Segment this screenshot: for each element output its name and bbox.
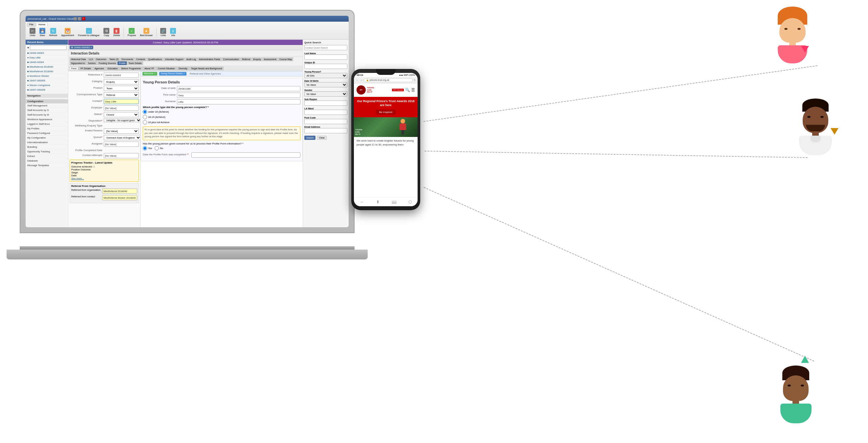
- tab-outcomes[interactable]: Outcomes: [95, 57, 108, 61]
- correspondence-select[interactable]: Referral: [104, 92, 139, 97]
- ribbon-btn-undo[interactable]: ↩ Undo: [28, 27, 37, 37]
- product-select[interactable]: Team: [104, 86, 139, 91]
- tab-course-map[interactable]: Course Map: [278, 57, 293, 61]
- recent-item-3[interactable]: ■ 18400-00084: [26, 60, 68, 65]
- recent-item-7[interactable]: ■ 18407-000005: [26, 79, 68, 83]
- tab-seniors[interactable]: Seniors: [87, 61, 97, 65]
- consent-yes-input[interactable]: [143, 146, 147, 150]
- nav-profiles[interactable]: My Profiles: [26, 126, 68, 131]
- profile-date-input[interactable]: [191, 152, 300, 158]
- inner-tab-target-needs[interactable]: Target Needs and Background: [189, 67, 224, 70]
- search-icon[interactable]: 🔍: [405, 88, 410, 92]
- tab-qualifications[interactable]: Qualifications: [147, 57, 163, 61]
- bottom-book-icon[interactable]: 📖: [392, 200, 397, 204]
- close-btn[interactable]: ×: [82, 17, 85, 20]
- recent-item-5[interactable]: ■ WksReferral 2018040: [26, 69, 68, 74]
- contact-input[interactable]: [104, 99, 139, 104]
- status-select[interactable]: Closed: [104, 112, 139, 117]
- nav-opportunity[interactable]: Opportunity Tracking: [26, 149, 68, 154]
- quick-search-input[interactable]: [304, 45, 347, 50]
- tab-profile[interactable]: Profile: [118, 61, 127, 65]
- nav-extract[interactable]: Extract: [26, 154, 68, 158]
- browser-forward[interactable]: →: [360, 79, 363, 82]
- email-input[interactable]: [304, 128, 347, 133]
- inner-tab-diversity[interactable]: Diversity: [177, 67, 189, 70]
- inner-tab-form[interactable]: Form: [70, 67, 78, 70]
- unique-id-input[interactable]: [304, 64, 347, 69]
- inner-tab-agencies[interactable]: Agencies: [93, 67, 106, 70]
- nav-staff-management[interactable]: Staff Management: [26, 104, 68, 108]
- tab-team-details[interactable]: Team Details: [127, 61, 143, 65]
- nav-password[interactable]: Password Configurat: [26, 131, 68, 136]
- tab-referral[interactable]: Referral: [241, 57, 251, 61]
- recent-item-4[interactable]: ■ WksReferral 2018040: [26, 65, 68, 69]
- disposition-select[interactable]: Ineligible - No support given: [104, 119, 141, 122]
- young-person-select[interactable]: All Girls: [304, 73, 347, 78]
- tab-funding[interactable]: Funding Sources: [97, 61, 118, 65]
- tab-signposted[interactable]: Signposted to: [70, 61, 86, 65]
- tab-assessment[interactable]: Assessment: [262, 57, 278, 61]
- inner-tab-about-yp[interactable]: About YP: [143, 67, 156, 70]
- tab-tasks[interactable]: Tasks (3): [108, 57, 120, 61]
- consent-no-input[interactable]: [155, 146, 159, 150]
- referred-contact-input[interactable]: [102, 195, 137, 200]
- tab-communication[interactable]: Communication: [222, 57, 241, 61]
- ribbon-btn-info[interactable]: ℹ Info: [169, 27, 177, 37]
- search-button[interactable]: Search: [304, 136, 315, 140]
- nav-database[interactable]: Database: [26, 158, 68, 163]
- yp-firstname-input[interactable]: [177, 93, 300, 98]
- nav-staff-accounts-g[interactable]: Staff Accounts by G: [26, 108, 68, 113]
- radio-16plus-input[interactable]: [143, 120, 147, 124]
- radio-18-19-input[interactable]: [143, 115, 147, 119]
- inner-tab-yp-details[interactable]: YP Details: [79, 67, 93, 70]
- maximize-btn[interactable]: □: [78, 17, 81, 20]
- ribbon-btn-propose[interactable]: ✓ Propose: [126, 27, 137, 37]
- nav-logged-in[interactable]: Logged in Staff Acco: [26, 122, 68, 126]
- tab-audit[interactable]: Audit Log: [185, 57, 197, 61]
- category-select[interactable]: Enquiry: [104, 79, 139, 84]
- inner-tab-current-situation[interactable]: Current Situation: [156, 67, 177, 70]
- tab-historical[interactable]: Historical Data: [70, 57, 87, 61]
- browser-reload[interactable]: ↻: [414, 79, 415, 82]
- post-code-input[interactable]: [304, 119, 347, 124]
- referred-org-input[interactable]: [102, 188, 137, 194]
- bottom-share-icon[interactable]: ⬆: [376, 200, 379, 204]
- recent-item-2[interactable]: ● Gary Little: [26, 56, 68, 60]
- browser-url-bar[interactable]: 🔒 princes-trust.org.uk: [364, 78, 413, 82]
- yp-surname-input[interactable]: [177, 99, 300, 105]
- tab-documents[interactable]: Documents: [120, 57, 134, 61]
- tab-enquiry[interactable]: Enquiry: [252, 57, 262, 61]
- radio-under16-input[interactable]: [143, 110, 147, 114]
- dob-select[interactable]: No Value: [304, 82, 347, 87]
- ribbon-btn-copy[interactable]: ⧉ Copy: [102, 27, 111, 37]
- see-more-link[interactable]: See more...: [71, 177, 84, 180]
- recent-search-input[interactable]: [30, 45, 67, 50]
- gender-select[interactable]: No Value: [304, 91, 347, 96]
- minimize-btn[interactable]: —: [73, 17, 77, 20]
- nav-message-templates[interactable]: Message Templates: [26, 163, 68, 168]
- ribbon-btn-appointment[interactable]: 📅 Appointment: [60, 27, 75, 37]
- recent-item-6[interactable]: ● Workforce Worker: [26, 74, 68, 79]
- ribbon-tab-home[interactable]: Home: [36, 22, 48, 27]
- recent-item-1[interactable]: ■ 18400-00063: [26, 51, 68, 56]
- nav-workforce[interactable]: Workforce Appearance: [26, 117, 68, 122]
- ribbon-btn-refresh[interactable]: ↻ Refresh: [48, 27, 59, 37]
- inner-tab-education[interactable]: Education: [106, 67, 120, 70]
- tab-volunteer[interactable]: Volunteer Support: [163, 57, 185, 61]
- clear-button[interactable]: Clear: [317, 136, 327, 140]
- nav-staff-accounts-m[interactable]: Staff Accounts by M: [26, 113, 68, 117]
- ribbon-btn-links[interactable]: 🔗 Links: [159, 27, 167, 37]
- be-inspired-button[interactable]: Be inspired: [376, 110, 396, 115]
- assigned-input[interactable]: [104, 142, 139, 147]
- bottom-back-icon[interactable]: ←: [360, 199, 364, 205]
- nav-branding[interactable]: Branding: [26, 145, 68, 149]
- la-ward-input[interactable]: [304, 110, 347, 115]
- queue-select[interactable]: Outreach East of England: [104, 135, 141, 140]
- nav-my-config[interactable]: My Configuration: [26, 136, 68, 140]
- contact-attempts-input[interactable]: [104, 153, 139, 158]
- breadcrumb-ref[interactable]: ⊞ 18400-000063 ×: [70, 46, 93, 49]
- ended-reason-select[interactable]: [No Value]: [104, 128, 139, 134]
- menu-icon[interactable]: ☰: [411, 88, 415, 92]
- ribbon-btn-best-answer[interactable]: ★ Best Answer: [139, 27, 154, 37]
- yp-dob-input[interactable]: [177, 86, 300, 91]
